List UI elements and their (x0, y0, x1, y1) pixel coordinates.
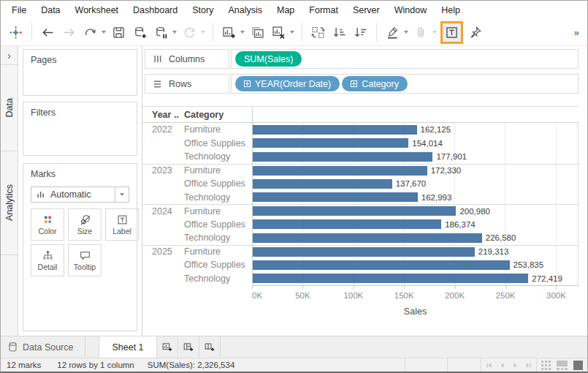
size-button[interactable]: Size (68, 208, 102, 241)
fix-axes-button[interactable] (465, 22, 485, 43)
category-header[interactable]: Furniture (184, 165, 252, 176)
redo-button[interactable] (80, 22, 100, 43)
save-button[interactable] (109, 22, 129, 43)
show-filmstrip-icon[interactable] (557, 361, 568, 370)
year-header[interactable]: 2025 (142, 246, 184, 257)
bar-mark[interactable] (253, 152, 432, 162)
category-header[interactable]: Technology (184, 274, 252, 284)
category-header[interactable]: Furniture (184, 246, 252, 257)
category-header[interactable]: Technology (184, 233, 252, 243)
menu-map[interactable]: Map (270, 5, 302, 15)
bar-mark[interactable] (253, 125, 417, 135)
category-header[interactable]: Office Supplies (184, 138, 252, 148)
bar-mark[interactable] (253, 260, 510, 270)
columns-shelf[interactable]: SUM(Sales) (231, 49, 579, 69)
highlight-button[interactable] (383, 22, 402, 43)
menu-format[interactable]: Format (302, 5, 345, 15)
filters-label: Filters (23, 102, 137, 121)
category-header[interactable]: Furniture (184, 206, 252, 216)
clear-sheet-dropdown-caret[interactable] (290, 31, 294, 34)
plot-cell: 172,330 (252, 165, 579, 178)
show-tabs-icon[interactable] (573, 361, 583, 370)
bar-mark[interactable] (253, 247, 475, 257)
tab-analytics-label: Analytics (4, 184, 15, 221)
mark-type-caret[interactable] (115, 187, 129, 202)
pill-sum-sales-[interactable]: SUM(Sales) (235, 51, 302, 67)
bar-mark[interactable] (253, 192, 418, 202)
sort-descending-button[interactable] (351, 22, 370, 43)
data-source-tab[interactable]: Data Source (1, 336, 85, 358)
bar-value-label: 177,901 (436, 152, 467, 161)
new-worksheet-button[interactable] (219, 22, 239, 43)
menu-story[interactable]: Story (185, 5, 221, 15)
pill-category[interactable]: Category (342, 76, 408, 91)
bar-mark[interactable] (253, 206, 456, 216)
year-header[interactable]: 2023 (142, 165, 184, 176)
new-worksheet-dropdown-caret[interactable] (240, 31, 245, 34)
rows-shelf[interactable]: YEAR(Order Date)Category (231, 74, 579, 94)
tab-data[interactable]: Data (1, 65, 18, 151)
year-header[interactable]: 2024 (142, 206, 184, 216)
highlight-dropdown-caret[interactable] (404, 31, 408, 34)
plot-cell: 253,835 (252, 258, 579, 272)
sort-ascending-button[interactable] (329, 22, 349, 43)
pause-updates-dropdown-caret[interactable] (172, 31, 177, 34)
bar-mark[interactable] (253, 233, 482, 243)
category-header[interactable]: Furniture (184, 124, 252, 135)
plot-header-space (252, 107, 579, 122)
pause-auto-updates-button[interactable] (151, 22, 171, 43)
filters-shelf[interactable]: Filters (23, 102, 137, 156)
new-story-tab-button[interactable] (199, 336, 221, 358)
label-label: Label (112, 227, 131, 236)
new-worksheet-tab-button[interactable] (157, 336, 178, 358)
x-axis[interactable]: Sales 0K50K100K150K200K250K300K (252, 285, 579, 323)
color-button[interactable]: Color (31, 208, 64, 241)
clear-sheet-button[interactable] (269, 22, 289, 43)
axis-tick (252, 286, 253, 289)
tooltip-button[interactable]: Tooltip (68, 244, 102, 276)
bar-mark[interactable] (253, 179, 392, 189)
bar-mark[interactable] (253, 166, 427, 176)
menu-analysis[interactable]: Analysis (221, 5, 270, 15)
bar-mark[interactable] (253, 138, 408, 148)
label-button[interactable]: Label (105, 208, 139, 241)
category-header[interactable]: Office Supplies (184, 219, 252, 230)
category-header[interactable]: Office Supplies (184, 178, 252, 189)
tab-analytics[interactable]: Analytics (1, 151, 18, 255)
show-mark-labels-button[interactable] (442, 22, 462, 43)
tableau-logo-icon[interactable] (6, 22, 26, 43)
category-header[interactable]: Technology (184, 151, 252, 162)
category-header[interactable]: Office Supplies (184, 260, 252, 270)
mark-type-dropdown[interactable]: Automatic (31, 186, 129, 203)
menu-server[interactable]: Server (345, 5, 387, 15)
menu-help[interactable]: Help (434, 5, 467, 15)
bar-mark[interactable] (253, 219, 441, 229)
bar-mark[interactable] (253, 274, 528, 283)
year-header[interactable]: 2022 (142, 124, 184, 135)
show-sheet-sorter-icon[interactable] (541, 361, 551, 370)
back-button[interactable] (38, 22, 58, 43)
menu-window[interactable]: Window (387, 5, 434, 15)
menu-worksheet[interactable]: Worksheet (68, 5, 126, 15)
category-column-header[interactable]: Category (184, 110, 252, 120)
chart-row: Technology162,993 (142, 191, 579, 205)
pages-shelf[interactable]: Pages (23, 49, 137, 96)
new-data-source-button[interactable] (130, 22, 150, 43)
menu-file[interactable]: File (4, 5, 34, 15)
swap-rows-columns-button[interactable] (308, 22, 328, 43)
redo-dropdown-caret[interactable] (102, 31, 106, 34)
year-column-header[interactable]: Year .. (142, 110, 184, 120)
duplicate-sheet-button[interactable] (248, 22, 267, 43)
sheet-tab-sheet-1[interactable]: Sheet 1 (99, 336, 156, 358)
new-dashboard-tab-button[interactable] (178, 336, 199, 358)
expand-plus-icon[interactable] (351, 80, 357, 87)
marks-buttons: Color Size Label (23, 208, 137, 276)
expand-plus-icon[interactable] (244, 80, 251, 87)
expand-pane-button[interactable]: › (1, 46, 18, 65)
toolbar-overflow-button[interactable]: » (574, 27, 583, 38)
category-header[interactable]: Technology (184, 192, 252, 203)
detail-button[interactable]: Detail (31, 244, 64, 276)
menu-data[interactable]: Data (34, 5, 67, 15)
menu-dashboard[interactable]: Dashboard (126, 5, 185, 15)
pill-year-order-date-[interactable]: YEAR(Order Date) (235, 76, 340, 91)
